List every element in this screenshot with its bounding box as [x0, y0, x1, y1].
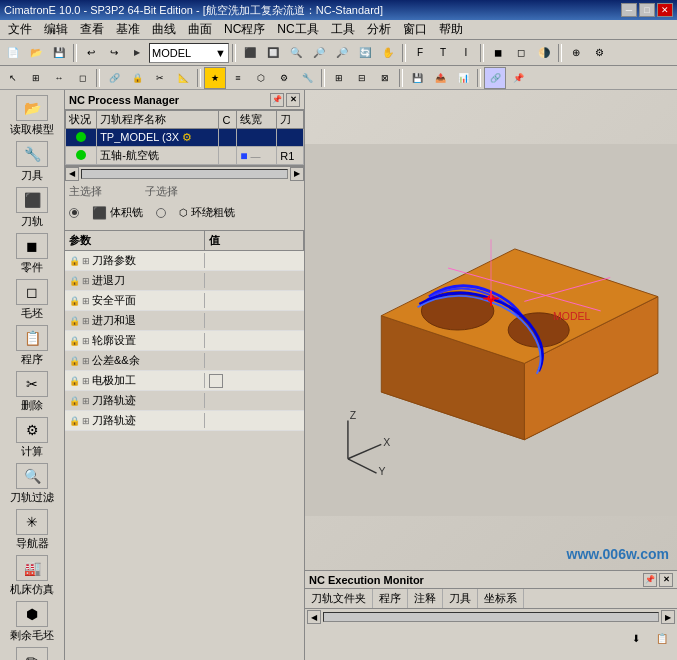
monitor-icon-btn-2[interactable]: 📋: [651, 627, 673, 649]
tb-undo[interactable]: ↩: [80, 42, 102, 64]
menu-window[interactable]: 窗口: [397, 20, 433, 39]
monitor-scroll-track[interactable]: [323, 612, 659, 622]
sidebar-navigator[interactable]: ✳ 导航器: [4, 508, 60, 552]
col-c[interactable]: C: [219, 111, 237, 129]
tb2-9[interactable]: ≡: [227, 67, 249, 89]
col-tool[interactable]: 刀: [277, 111, 304, 129]
menu-nc-tools[interactable]: NC工具: [271, 20, 324, 39]
sidebar-calculate[interactable]: ⚙ 计算: [4, 416, 60, 460]
monitor-col-folder[interactable]: 刀轨文件夹: [305, 589, 373, 608]
tb2-14[interactable]: ⊟: [351, 67, 373, 89]
monitor-scroll-left[interactable]: ◀: [307, 610, 321, 624]
main-option-button[interactable]: ⬛ 体积铣: [87, 203, 148, 222]
sidebar-machine[interactable]: 🏭 机床仿真: [4, 554, 60, 598]
minimize-button[interactable]: ─: [621, 3, 637, 17]
table-row[interactable]: 五轴-航空铣 ■ — R1: [66, 147, 304, 165]
menu-view[interactable]: 查看: [74, 20, 110, 39]
panel-close-button[interactable]: ✕: [286, 93, 300, 107]
tb2-2[interactable]: ⊞: [25, 67, 47, 89]
param-row-tolerance[interactable]: 🔒 ⊞ 公差&&余: [65, 351, 304, 371]
tb-open[interactable]: 📂: [25, 42, 47, 64]
col-status[interactable]: 状况: [66, 111, 97, 129]
maximize-button[interactable]: □: [639, 3, 655, 17]
monitor-scroll-right[interactable]: ▶: [661, 610, 675, 624]
tb-zoom-out[interactable]: 🔎: [331, 42, 353, 64]
param-row-toolpath[interactable]: 🔒 ⊞ 刀路参数: [65, 251, 304, 271]
tb2-1[interactable]: ↖: [2, 67, 24, 89]
tb2-highlight[interactable]: ★: [204, 67, 226, 89]
tb2-11[interactable]: ⚙: [273, 67, 295, 89]
monitor-icon-btn-1[interactable]: ⬇: [625, 627, 647, 649]
tb2-18[interactable]: 📊: [452, 67, 474, 89]
param-row-contour[interactable]: 🔒 ⊞ 轮廓设置: [65, 331, 304, 351]
menu-analysis[interactable]: 分析: [361, 20, 397, 39]
monitor-col-coord[interactable]: 坐标系: [478, 589, 524, 608]
3d-viewport[interactable]: Z X Y MODEL www.006w.com: [305, 90, 677, 570]
table-row[interactable]: TP_MODEL (3X ⚙: [66, 129, 304, 147]
monitor-pin-button[interactable]: 📌: [643, 573, 657, 587]
sidebar-toolpath[interactable]: ⬛ 刀轨: [4, 186, 60, 230]
param-row-entry[interactable]: 🔒 ⊞ 进退刀: [65, 271, 304, 291]
monitor-col-tool[interactable]: 刀具: [443, 589, 478, 608]
tb-shade[interactable]: 🌗: [533, 42, 555, 64]
tb-new[interactable]: 📄: [2, 42, 24, 64]
tb-view-front[interactable]: F: [409, 42, 431, 64]
param-row-path1[interactable]: 🔒 ⊞ 刀路轨迹: [65, 391, 304, 411]
tb-settings[interactable]: ⚙: [588, 42, 610, 64]
tb2-7[interactable]: ✂: [149, 67, 171, 89]
param-row-path2[interactable]: 🔒 ⊞ 刀路轨迹: [65, 411, 304, 431]
panel-pin-button[interactable]: 📌: [270, 93, 284, 107]
tb2-10[interactable]: ⬡: [250, 67, 272, 89]
tb-snap[interactable]: ⊕: [565, 42, 587, 64]
tb2-5[interactable]: 🔗: [103, 67, 125, 89]
tb2-16[interactable]: 💾: [406, 67, 428, 89]
tb2-15[interactable]: ⊠: [374, 67, 396, 89]
tb2-3[interactable]: ↔: [48, 67, 70, 89]
tb-view2[interactable]: 🔲: [262, 42, 284, 64]
tb2-chain[interactable]: 🔗: [484, 67, 506, 89]
tb2-4[interactable]: ◻: [71, 67, 93, 89]
tb-pan[interactable]: ✋: [377, 42, 399, 64]
tb2-8[interactable]: 📐: [172, 67, 194, 89]
param-row-inout[interactable]: 🔒 ⊞ 进刀和退: [65, 311, 304, 331]
tb-save[interactable]: 💾: [48, 42, 70, 64]
sidebar-program[interactable]: 📋 程序: [4, 324, 60, 368]
tb-model-icon[interactable]: ▶: [126, 42, 148, 64]
menu-curve[interactable]: 曲线: [146, 20, 182, 39]
col-name[interactable]: 刀轨程序名称: [97, 111, 219, 129]
sidebar-filter[interactable]: 🔍 刀轨过滤: [4, 462, 60, 506]
sidebar-rest[interactable]: ⬢ 剩余毛坯: [4, 600, 60, 644]
tb-display1[interactable]: ◼: [487, 42, 509, 64]
tb-display2[interactable]: ◻: [510, 42, 532, 64]
sidebar-tool[interactable]: 🔧 刀具: [4, 140, 60, 184]
model-dropdown[interactable]: MODEL ▼: [149, 43, 229, 63]
sub-option-button[interactable]: ⬡ 环绕粗铣: [174, 203, 240, 222]
tb-rotate[interactable]: 🔄: [354, 42, 376, 64]
sidebar-read-model[interactable]: 📂 读取模型: [4, 94, 60, 138]
scroll-left-btn[interactable]: ◀: [65, 167, 79, 181]
param-row-safety[interactable]: 🔒 ⊞ 安全平面: [65, 291, 304, 311]
tb-view3[interactable]: 🔍: [285, 42, 307, 64]
scroll-right-btn[interactable]: ▶: [290, 167, 304, 181]
tb2-12[interactable]: 🔧: [296, 67, 318, 89]
tb2-13[interactable]: ⊞: [328, 67, 350, 89]
close-button[interactable]: ✕: [657, 3, 673, 17]
monitor-close-button[interactable]: ✕: [659, 573, 673, 587]
table-h-scrollbar[interactable]: ◀ ▶: [65, 166, 304, 180]
menu-edit[interactable]: 编辑: [38, 20, 74, 39]
tb2-6[interactable]: 🔒: [126, 67, 148, 89]
menu-help[interactable]: 帮助: [433, 20, 469, 39]
tb-view-top[interactable]: T: [432, 42, 454, 64]
param-row-edm[interactable]: 🔒 ⊞ 电极加工: [65, 371, 304, 391]
tb-zoom-in[interactable]: 🔎: [308, 42, 330, 64]
col-linewidth[interactable]: 线宽: [237, 111, 277, 129]
sidebar-part[interactable]: ◼ 零件: [4, 232, 60, 276]
menu-nc-program[interactable]: NC程序: [218, 20, 271, 39]
tb-view-iso[interactable]: I: [455, 42, 477, 64]
tb-redo[interactable]: ↪: [103, 42, 125, 64]
sidebar-delete[interactable]: ✂ 删除: [4, 370, 60, 414]
menu-tools[interactable]: 工具: [325, 20, 361, 39]
menu-file[interactable]: 文件: [2, 20, 38, 39]
monitor-col-program[interactable]: 程序: [373, 589, 408, 608]
menu-base[interactable]: 基准: [110, 20, 146, 39]
